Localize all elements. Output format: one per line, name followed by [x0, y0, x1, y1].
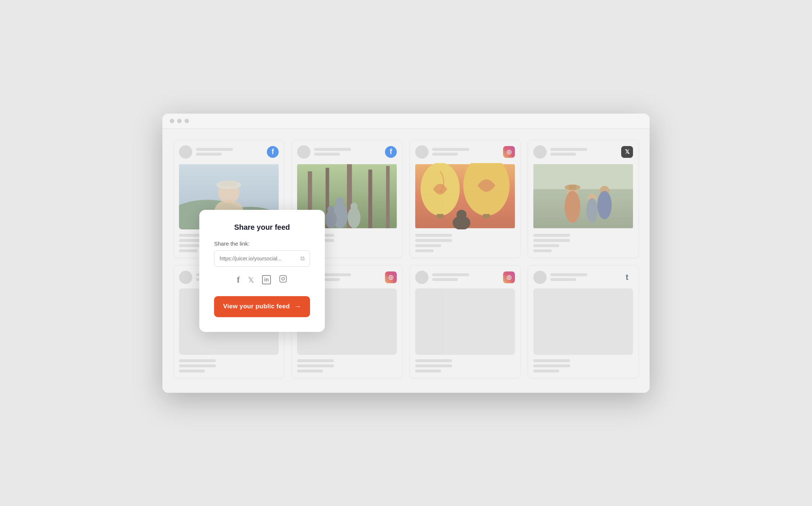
modal-link-label: Share the link:	[214, 240, 250, 247]
copy-icon[interactable]: ⧉	[300, 255, 304, 262]
browser-dot-3	[185, 119, 189, 123]
modal-social-icons: f 𝕏 in	[237, 275, 287, 285]
browser-dot-1	[170, 119, 174, 123]
share-linkedin-icon[interactable]: in	[262, 275, 271, 285]
share-feed-modal: Share your feed Share the link: ⧉ f 𝕏 in	[199, 210, 325, 332]
view-public-feed-button[interactable]: View your public feed →	[214, 296, 310, 317]
arrow-icon: →	[294, 303, 301, 311]
modal-overlay: Share your feed Share the link: ⧉ f 𝕏 in	[162, 129, 650, 393]
feed-link-input[interactable]	[220, 256, 300, 261]
browser-content: f	[162, 129, 650, 393]
view-feed-label: View your public feed	[223, 303, 290, 310]
svg-rect-36	[280, 275, 286, 282]
share-facebook-icon[interactable]: f	[237, 275, 240, 285]
browser-dot-2	[177, 119, 182, 123]
browser-chrome	[162, 114, 650, 129]
svg-point-37	[282, 277, 285, 280]
svg-point-38	[285, 277, 285, 277]
modal-title: Share your feed	[234, 223, 290, 232]
share-twitter-icon[interactable]: 𝕏	[248, 275, 254, 284]
browser-window: f	[162, 114, 650, 393]
modal-input-wrapper: ⧉	[214, 250, 310, 267]
share-instagram-icon[interactable]	[279, 275, 287, 285]
